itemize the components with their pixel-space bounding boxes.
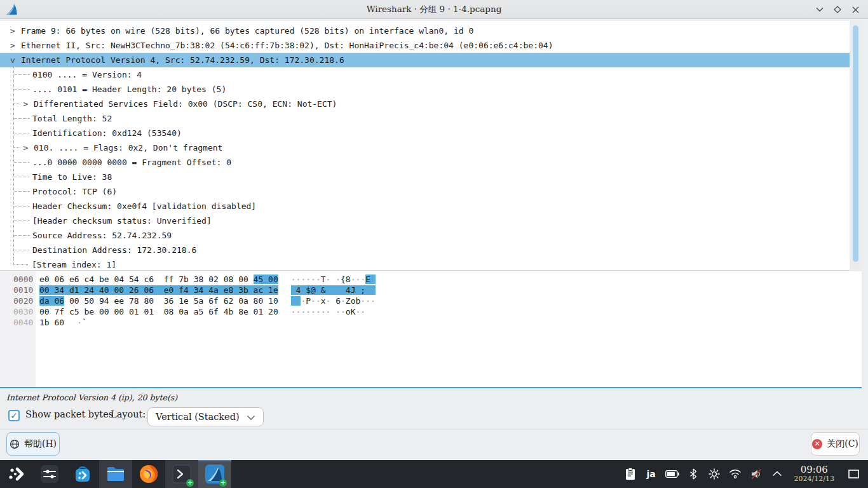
close-button[interactable]: ✕ 关闭(C) — [811, 432, 860, 456]
hex-bytes[interactable]: 1b 60 — [39, 317, 64, 328]
hex-rows: 0000e0 06 e6 c4 be 04 54 c6 ff 7b 38 02 … — [0, 271, 862, 328]
volume-muted-icon[interactable] — [749, 466, 764, 482]
close-window-button[interactable] — [846, 1, 864, 18]
tree-row[interactable]: >010. .... = Flags: 0x2, Don't fragment — [14, 140, 850, 155]
hex-bytes[interactable]: 00 7f c5 be 00 00 01 01 08 0a a5 6f 4b 8… — [39, 306, 278, 317]
tree-row[interactable]: [Header checksum status: Unverified] — [14, 214, 850, 228]
tree-row[interactable]: >Differentiated Services Field: 0x00 (DS… — [14, 97, 850, 111]
expanded-chevron-icon[interactable]: v — [8, 55, 17, 65]
ascii-bytes[interactable]: ·` — [77, 317, 87, 328]
show-packet-bytes-label[interactable]: Show packet bytes — [25, 409, 113, 419]
layout-dropdown[interactable]: Vertical (Stacked) — [147, 407, 264, 426]
tree-branch-line — [14, 206, 29, 207]
file-manager-icon[interactable] — [99, 460, 132, 488]
scrollbar-thumb[interactable] — [853, 25, 858, 262]
ascii-bytes[interactable]: ···P··x· 6·Zob··· — [291, 295, 376, 306]
collapsed-chevron-icon[interactable]: > — [22, 99, 30, 109]
close-x-icon: ✕ — [812, 439, 822, 449]
wireshark-taskbar-icon[interactable]: + — [198, 460, 231, 488]
hex-row[interactable]: 0000e0 06 e6 c4 be 04 54 c6 ff 7b 38 02 … — [0, 274, 862, 285]
tree-row[interactable]: 0100 .... = Version: 4 — [14, 67, 850, 82]
dialog-controls: ✓ Show packet bytes Layout: Vertical (St… — [0, 407, 868, 427]
hex-offset: 0010 — [0, 285, 39, 295]
brightness-icon[interactable] — [707, 466, 722, 482]
hex-row[interactable]: 001000 34 d1 24 40 00 26 06 e0 f4 34 4a … — [0, 285, 862, 295]
hex-bytes[interactable]: e0 06 e6 c4 be 04 54 c6 ff 7b 38 02 08 0… — [39, 274, 278, 285]
layout-label: Layout: — [111, 409, 146, 419]
tree-row[interactable]: Total Length: 52 — [14, 111, 850, 126]
tree-row[interactable]: vInternet Protocol Version 4, Src: 52.74… — [0, 53, 850, 67]
close-button-label: 关闭(C) — [827, 438, 858, 450]
tree-row[interactable]: >Ethernet II, Src: NewH3CTechno_7b:38:02… — [0, 38, 850, 53]
help-button-label: 帮助(H) — [24, 438, 57, 450]
bluetooth-icon[interactable] — [686, 466, 701, 482]
window-title: Wireshark · 分组 9 · 1-4.pcapng — [0, 4, 868, 15]
tree-branch-line — [14, 74, 29, 75]
hex-offset: 0020 — [0, 295, 39, 306]
collapsed-chevron-icon[interactable]: > — [8, 26, 17, 36]
ascii-bytes[interactable]: ······T· ·{8···E· — [291, 274, 376, 285]
minimize-button[interactable] — [811, 1, 829, 18]
chevron-down-icon — [247, 415, 255, 421]
packet-bytes-pane: 0000e0 06 e6 c4 be 04 54 c6 ff 7b 38 02 … — [0, 271, 862, 388]
tree-scrollbar[interactable] — [850, 21, 862, 271]
launcher-icon[interactable] — [0, 460, 33, 488]
packet-detail-tree: >Frame 9: 66 bytes on wire (528 bits), 6… — [0, 21, 850, 271]
firefox-icon[interactable] — [132, 460, 165, 488]
help-button[interactable]: 帮助(H) — [6, 432, 60, 456]
tree-branch-line — [14, 162, 29, 163]
clipboard-icon[interactable] — [623, 466, 638, 482]
terminal-icon[interactable]: + — [165, 460, 198, 488]
layout-dropdown-value: Vertical (Stacked) — [156, 412, 240, 422]
collapsed-chevron-icon[interactable]: > — [22, 143, 30, 152]
tree-row[interactable]: Time to Live: 38 — [14, 170, 850, 184]
tree-branch-line — [14, 235, 29, 236]
maximize-button[interactable] — [829, 1, 846, 18]
tree-branch-line — [14, 133, 29, 133]
ascii-bytes[interactable]: ········ ··oK·· — [291, 306, 370, 317]
screen: Wireshark · 分组 9 · 1-4.pcapng >Frame 9: … — [0, 0, 868, 488]
app-store-icon[interactable] — [66, 460, 99, 488]
hex-offset: 0000 — [0, 274, 39, 285]
control-center-icon[interactable] — [33, 460, 66, 488]
new-window-badge: + — [219, 479, 227, 487]
tree-branch-line — [14, 104, 20, 104]
tree-branch-line — [13, 257, 28, 265]
tree-row[interactable]: Header Checksum: 0xe0f4 [validation disa… — [14, 199, 850, 214]
new-window-badge: + — [186, 479, 194, 487]
tree-row[interactable]: .... 0101 = Header Length: 20 bytes (5) — [14, 82, 850, 97]
show-desktop-button[interactable] — [844, 466, 863, 482]
hex-row[interactable]: 00401b 60·` — [0, 317, 862, 328]
tree-row[interactable]: [Stream index: 1] — [13, 257, 850, 271]
wifi-icon[interactable] — [728, 466, 743, 482]
hex-bytes[interactable]: da 06 00 50 94 ee 78 80 36 1e 5a 6f 62 0… — [39, 295, 278, 306]
help-globe-icon — [10, 439, 20, 449]
tree-row[interactable]: Destination Address: 172.30.218.6 — [14, 243, 850, 257]
taskbar: + + ja — [0, 460, 868, 488]
tree-branch-line — [14, 89, 29, 90]
window-titlebar: Wireshark · 分组 9 · 1-4.pcapng — [0, 0, 868, 19]
tree-row[interactable]: ...0 0000 0000 0000 = Fragment Offset: 0 — [14, 155, 850, 170]
chevron-up-icon[interactable] — [770, 466, 785, 482]
hex-row[interactable]: 0020da 06 00 50 94 ee 78 80 36 1e 5a 6f … — [0, 295, 862, 306]
show-packet-bytes-checkbox[interactable]: ✓ — [8, 410, 20, 421]
clock-time: 09:06 — [794, 465, 834, 475]
tree-branch-line — [14, 250, 29, 250]
input-method-indicator[interactable]: ja — [644, 466, 659, 482]
system-tray: ja — [623, 465, 868, 482]
ascii-bytes[interactable]: ·4·$@·&· ··4J·;·· — [291, 285, 376, 295]
hex-offset: 0040 — [0, 317, 39, 328]
collapsed-chevron-icon[interactable]: > — [8, 41, 17, 50]
tree-row[interactable]: Protocol: TCP (6) — [14, 184, 850, 199]
tree-branch-line — [14, 191, 29, 192]
tree-branch-line — [14, 118, 29, 119]
taskbar-clock[interactable]: 09:06 2024/12/13 — [794, 465, 834, 482]
hex-bytes[interactable]: 00 34 d1 24 40 00 26 06 e0 f4 34 4a e8 3… — [39, 285, 278, 295]
tree-row[interactable]: Identification: 0xd124 (53540) — [14, 126, 850, 140]
clock-date: 2024/12/13 — [794, 475, 834, 483]
hex-offset: 0030 — [0, 306, 39, 317]
tree-row[interactable]: Source Address: 52.74.232.59 — [14, 228, 850, 243]
hex-row[interactable]: 003000 7f c5 be 00 00 01 01 08 0a a5 6f … — [0, 306, 862, 317]
battery-icon[interactable] — [665, 466, 680, 482]
tree-row[interactable]: >Frame 9: 66 bytes on wire (528 bits), 6… — [0, 24, 850, 38]
